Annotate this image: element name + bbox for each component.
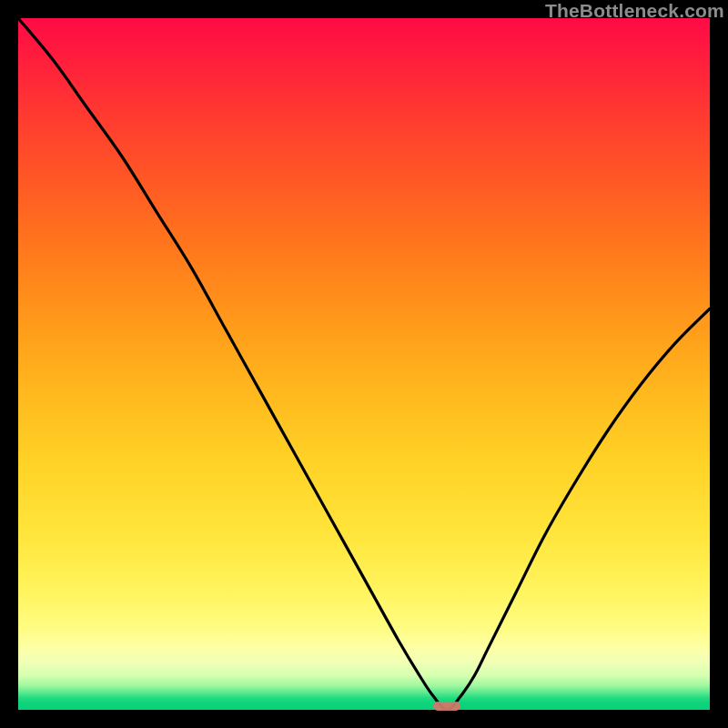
curve-layer <box>18 18 710 710</box>
plot-area <box>18 18 710 710</box>
optimal-marker <box>433 702 460 711</box>
chart-frame: TheBottleneck.com <box>0 0 728 728</box>
bottleneck-curve <box>18 18 710 710</box>
